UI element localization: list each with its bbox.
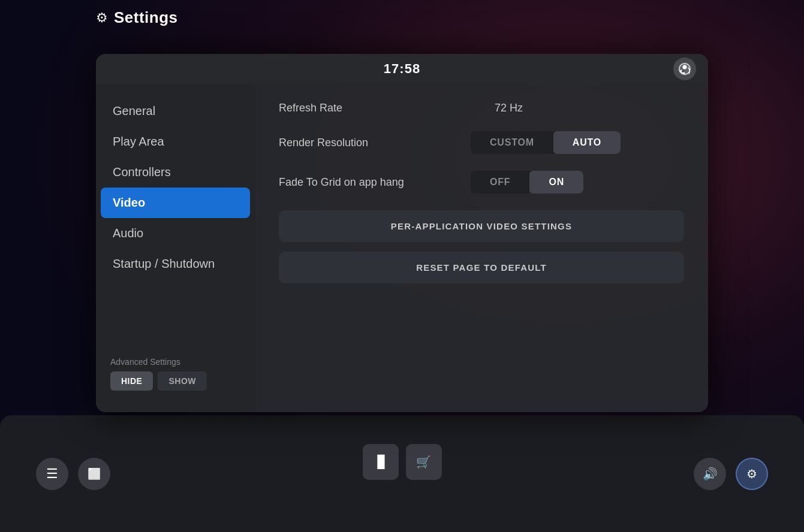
sidebar-item-audio[interactable]: Audio bbox=[96, 218, 255, 249]
refresh-rate-label: Refresh Rate bbox=[279, 102, 471, 114]
steam-logo-svg bbox=[677, 62, 692, 76]
advanced-settings-area: Advanced Settings HIDE SHOW bbox=[96, 347, 255, 400]
main-panel: 17:58 General Play Area Controllers bbox=[96, 54, 708, 412]
render-resolution-toggle: CUSTOM AUTO bbox=[471, 131, 621, 154]
render-resolution-row: Render Resolution CUSTOM AUTO bbox=[279, 131, 684, 154]
refresh-rate-row: Refresh Rate 72 Hz bbox=[279, 102, 684, 114]
window-icon: ⬜ bbox=[88, 467, 101, 480]
taskbar: ☰ ⬜ ▐▌ 🛒 🔊 ⚙ bbox=[0, 415, 804, 532]
main-content: Refresh Rate 72 Hz Render Resolution CUS… bbox=[255, 84, 708, 412]
taskbar-left: ☰ ⬜ bbox=[36, 458, 110, 490]
show-button[interactable]: SHOW bbox=[158, 371, 207, 391]
hide-button[interactable]: HIDE bbox=[110, 371, 153, 391]
sidebar: General Play Area Controllers Video Audi… bbox=[96, 84, 255, 412]
sidebar-item-general[interactable]: General bbox=[96, 96, 255, 126]
settings-button[interactable]: ⚙ bbox=[736, 458, 768, 490]
per-app-video-button[interactable]: PER-APPLICATION VIDEO SETTINGS bbox=[279, 210, 684, 242]
fade-to-grid-row: Fade To Grid on app hang OFF ON bbox=[279, 171, 684, 194]
reset-page-button[interactable]: RESET PAGE TO DEFAULT bbox=[279, 252, 684, 283]
fade-to-grid-label: Fade To Grid on app hang bbox=[279, 176, 471, 189]
fade-off-btn[interactable]: OFF bbox=[471, 171, 529, 194]
refresh-rate-value: 72 Hz bbox=[495, 102, 523, 114]
render-resolution-label: Render Resolution bbox=[279, 137, 471, 149]
window-button[interactable]: ⬜ bbox=[78, 458, 110, 490]
store-icon: 🛒 bbox=[416, 455, 431, 469]
sidebar-item-video[interactable]: Video bbox=[101, 188, 250, 218]
settings-gear-icon: ⚙ bbox=[746, 467, 757, 481]
sidebar-item-controllers[interactable]: Controllers bbox=[96, 157, 255, 188]
volume-button[interactable]: 🔊 bbox=[694, 458, 726, 490]
render-custom-btn[interactable]: CUSTOM bbox=[471, 131, 553, 154]
library-icon: ▐▌ bbox=[373, 455, 387, 468]
settings-title-text: Settings bbox=[114, 8, 178, 27]
volume-icon: 🔊 bbox=[703, 467, 718, 481]
svg-point-2 bbox=[683, 65, 687, 69]
store-button[interactable]: 🛒 bbox=[406, 444, 442, 480]
taskbar-center: ▐▌ 🛒 bbox=[363, 444, 442, 480]
settings-gear-icon: ⚙ bbox=[96, 10, 108, 26]
settings-title-bar: ⚙ Settings bbox=[96, 8, 178, 27]
render-auto-btn[interactable]: AUTO bbox=[553, 131, 621, 154]
menu-button[interactable]: ☰ bbox=[36, 458, 68, 490]
taskbar-right: 🔊 ⚙ bbox=[694, 458, 768, 490]
sidebar-item-startup-shutdown[interactable]: Startup / Shutdown bbox=[96, 249, 255, 279]
svg-point-3 bbox=[682, 70, 684, 72]
time-display: 17:58 bbox=[384, 61, 420, 77]
fade-to-grid-toggle: OFF ON bbox=[471, 171, 583, 194]
hide-show-buttons: HIDE SHOW bbox=[110, 371, 240, 391]
library-button[interactable]: ▐▌ bbox=[363, 444, 399, 480]
menu-icon: ☰ bbox=[46, 466, 58, 482]
fade-on-btn[interactable]: ON bbox=[529, 171, 583, 194]
sidebar-item-play-area[interactable]: Play Area bbox=[96, 126, 255, 157]
content-area: General Play Area Controllers Video Audi… bbox=[96, 84, 708, 412]
steam-icon[interactable] bbox=[673, 58, 696, 80]
top-bar: 17:58 bbox=[96, 54, 708, 84]
advanced-settings-label: Advanced Settings bbox=[110, 357, 240, 367]
